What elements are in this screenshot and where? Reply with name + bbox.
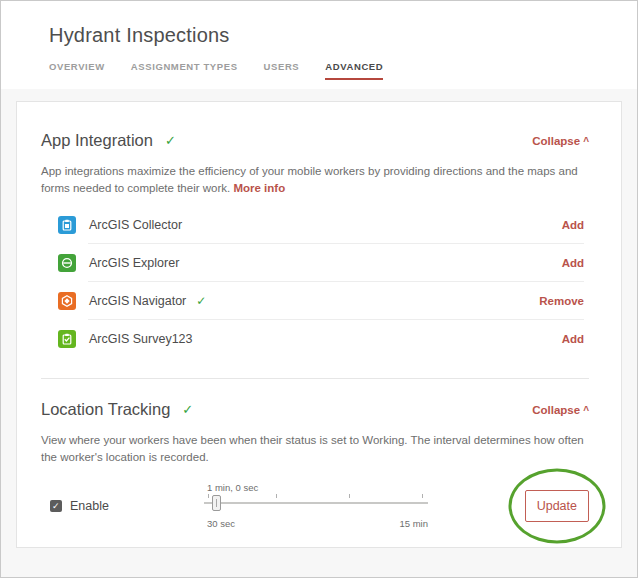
update-button[interactable]: Update xyxy=(525,490,589,522)
advanced-settings-card: App Integration ✓ Collapse^ App integrat… xyxy=(16,101,622,548)
location-tracking-section: Location Tracking ✓ Collapse^ View where… xyxy=(41,379,589,534)
section-valid-check-icon: ✓ xyxy=(182,402,193,417)
add-explorer-button[interactable]: Add xyxy=(562,257,584,269)
chevron-up-icon: ^ xyxy=(583,405,589,416)
interval-slider: 1 min, 0 sec 30 sec 15 min xyxy=(204,483,428,529)
app-integration-description: App integrations maximize the efficiency… xyxy=(41,163,594,197)
add-survey123-button[interactable]: Add xyxy=(562,333,584,345)
app-row-explorer: ArcGIS Explorer Add xyxy=(41,244,589,282)
app-integration-section: App Integration ✓ Collapse^ App integrat… xyxy=(41,131,589,358)
slider-min-label: 30 sec xyxy=(207,518,235,529)
survey123-app-icon xyxy=(58,330,76,348)
slider-tick xyxy=(208,494,209,498)
project-settings-window: Hydrant Inspections OVERVIEW ASSIGNMENT … xyxy=(0,0,638,578)
app-name: ArcGIS Survey123 xyxy=(89,332,193,346)
app-integration-collapse-link[interactable]: Collapse^ xyxy=(532,135,589,147)
location-tracking-description: View where your workers have been when t… xyxy=(41,432,589,466)
explorer-app-icon xyxy=(58,254,76,272)
enable-label: Enable xyxy=(70,499,109,513)
tab-users[interactable]: USERS xyxy=(264,61,300,80)
collapse-label: Collapse xyxy=(532,404,580,416)
more-info-link[interactable]: More info xyxy=(233,182,285,194)
app-enabled-check-icon: ✓ xyxy=(196,294,206,308)
slider-tick xyxy=(276,494,277,498)
app-name: ArcGIS Collector xyxy=(89,218,182,232)
tab-overview[interactable]: OVERVIEW xyxy=(49,61,105,80)
tab-advanced[interactable]: ADVANCED xyxy=(325,61,383,80)
enable-checkbox[interactable] xyxy=(50,500,62,512)
description-text: App integrations maximize the efficiency… xyxy=(41,165,578,194)
app-name: ArcGIS Explorer xyxy=(89,256,179,270)
enable-checkbox-group[interactable]: Enable xyxy=(50,499,109,513)
app-row-collector: ArcGIS Collector Add xyxy=(41,206,589,244)
chevron-up-icon: ^ xyxy=(583,136,589,147)
app-row-navigator: ArcGIS Navigator ✓ Remove xyxy=(41,282,589,320)
app-integration-title: App Integration xyxy=(41,131,153,150)
slider-value-label: 1 min, 0 sec xyxy=(207,482,258,493)
slider-track[interactable] xyxy=(204,502,428,504)
update-button-area: Update xyxy=(525,490,589,522)
slider-thumb[interactable] xyxy=(212,495,221,511)
section-valid-check-icon: ✓ xyxy=(165,133,176,148)
page-body: App Integration ✓ Collapse^ App integrat… xyxy=(1,89,637,577)
add-collector-button[interactable]: Add xyxy=(562,219,584,231)
navigator-app-icon xyxy=(58,292,76,310)
app-row-survey123: ArcGIS Survey123 Add xyxy=(41,320,589,358)
location-tracking-collapse-link[interactable]: Collapse^ xyxy=(532,404,589,416)
collapse-label: Collapse xyxy=(532,135,580,147)
slider-max-label: 15 min xyxy=(399,518,428,529)
remove-navigator-button[interactable]: Remove xyxy=(539,295,584,307)
slider-tick xyxy=(349,494,350,498)
tab-assignment-types[interactable]: ASSIGNMENT TYPES xyxy=(131,61,238,80)
slider-tick xyxy=(422,494,423,498)
collector-app-icon xyxy=(58,216,76,234)
location-tracking-title: Location Tracking xyxy=(41,400,170,419)
project-header: Hydrant Inspections OVERVIEW ASSIGNMENT … xyxy=(1,1,637,89)
app-list: ArcGIS Collector Add ArcGIS Explorer xyxy=(41,206,589,358)
location-tracking-controls: Enable 1 min, 0 sec 30 sec 15 min xyxy=(41,478,589,534)
page-title: Hydrant Inspections xyxy=(49,24,637,47)
tab-bar: OVERVIEW ASSIGNMENT TYPES USERS ADVANCED xyxy=(49,61,637,80)
app-name: ArcGIS Navigator xyxy=(89,294,186,308)
